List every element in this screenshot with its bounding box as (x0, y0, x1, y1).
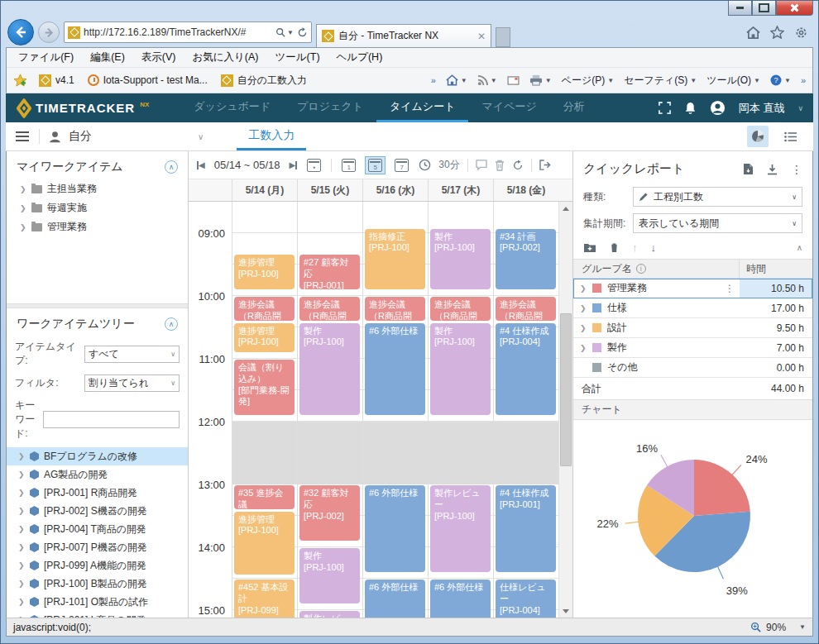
collapse-report-icon[interactable]: ∧ (797, 243, 802, 252)
favorite-item[interactable]: v4.1 (39, 74, 74, 88)
project-item[interactable]: ❯[PRJ-002] S機器の開発 (7, 502, 188, 520)
time-interval-clock-icon[interactable] (419, 159, 431, 171)
day-column[interactable]: #27 顧客対応 [PRJ-001]進捗会議 （R商品開発）製作 [PRJ-10… (297, 202, 362, 618)
zoom-caret-icon[interactable]: ▼ (799, 623, 806, 631)
calendar-event[interactable]: #4 仕様作成 [PRJ-001] (496, 485, 556, 572)
day-column[interactable]: #34 計画 [PRJ-002]進捗会議 （R商品開発）#4 仕様作成 [PRJ… (493, 202, 558, 618)
expand-chevron-icon[interactable]: ❯ (20, 204, 26, 212)
user-menu-chevron-icon[interactable]: ∨ (797, 104, 803, 112)
scope-selector[interactable]: 自分 ∨ (40, 122, 212, 150)
add-group-icon[interactable] (583, 242, 596, 253)
window-minimize-button[interactable] (728, 1, 752, 16)
window-maximize-button[interactable] (752, 1, 776, 16)
calendar-event[interactable]: #6 外部仕様 (430, 580, 491, 618)
day-header[interactable]: 5/17 (木) (428, 179, 493, 201)
browser-tab[interactable]: 自分 - TimeTracker NX ✕ (316, 24, 491, 47)
move-up-icon[interactable]: ↑ (632, 241, 638, 254)
expand-chevron-icon[interactable]: ❯ (20, 223, 26, 231)
week-view-button[interactable]: 7 (392, 157, 411, 174)
calendar-event[interactable]: 指摘修正 [PRJ-100] (365, 229, 425, 289)
project-item[interactable]: ❯BFプログラムの改修 (7, 447, 188, 465)
zoom-level[interactable]: 90% (766, 622, 786, 633)
favorite-item[interactable]: 自分の工数入力 (221, 74, 307, 88)
app-nav-item[interactable]: 分析 (550, 93, 598, 122)
work-week-view-button[interactable]: 5 (366, 157, 385, 174)
favorites-star-icon[interactable] (770, 26, 784, 39)
calendar-event[interactable]: 仕様レビュー [PRJ-004] (496, 580, 556, 618)
calendar-event[interactable]: #6 外部仕様 (365, 323, 425, 415)
report-row[interactable]: ❯設計9.50 h (573, 318, 812, 338)
expand-chevron-icon[interactable]: ❯ (18, 561, 25, 570)
row-kebab-icon[interactable]: ⋮ (725, 283, 735, 294)
calendar-event[interactable]: 進捗会議 （R商品開発） (496, 297, 556, 321)
tab-kosu-input[interactable]: 工数入力 (237, 122, 306, 150)
menu-item[interactable]: ファイル(F) (18, 50, 74, 64)
scroll-up-icon[interactable] (559, 202, 572, 215)
calendar-event[interactable]: 進捗管理 [PRJ-100] (234, 255, 295, 289)
window-close-button[interactable] (776, 1, 813, 16)
delete-group-trash-icon[interactable] (610, 242, 619, 253)
refresh-button[interactable] (297, 27, 308, 38)
day-header[interactable]: 5/18 (金) (493, 179, 558, 201)
day-column[interactable]: 製作 [PRJ-100]進捗会議 （R商品開発）製作 [PRJ-100]製作レビ… (428, 202, 493, 618)
project-item[interactable]: ❯[PRJ-001] R商品開発 (7, 484, 188, 502)
today-button[interactable]: ▪ (304, 157, 323, 174)
new-tab-stub[interactable] (496, 27, 510, 47)
read-mail-button[interactable] (507, 76, 520, 85)
delete-trash-icon[interactable] (495, 160, 505, 171)
list-view-toggle[interactable] (780, 126, 802, 147)
settings-gear-icon[interactable] (794, 26, 808, 40)
project-item[interactable]: ❯[PRJ-201] L商品の開発 (7, 611, 188, 618)
info-icon[interactable]: i (636, 264, 646, 274)
day-header[interactable]: 5/16 (水) (362, 179, 428, 201)
home-icon[interactable] (746, 26, 760, 39)
rss-button[interactable]: ▼ (477, 75, 497, 86)
address-bar[interactable]: http://172.16.2.189/TimeTrackerNX/# ▼ (64, 21, 312, 43)
scrollbar-thumb[interactable] (560, 313, 572, 466)
calendar-event[interactable]: 製作レビュー [PRJ-100] (430, 485, 491, 572)
filter-select[interactable]: 割り当てられた∨ (84, 374, 180, 392)
day-column[interactable]: 指摘修正 [PRJ-100]進捗会議 （R商品開発）#6 外部仕様#6 外部仕様… (362, 202, 428, 618)
calendar-event[interactable]: 製作レビュー [PRJ-100] (299, 611, 360, 618)
folder-item[interactable]: ❯主担当業務 (7, 179, 188, 198)
expand-chevron-icon[interactable]: ❯ (18, 543, 25, 551)
report-period-select[interactable]: 表示している期間∨ (633, 213, 802, 233)
calendar-event[interactable]: #452 基本設計 [PRJ-099] (234, 580, 295, 618)
favorite-item[interactable]: Iota-Support - test Ma... (88, 74, 208, 88)
search-dropdown[interactable]: ▼ (275, 27, 294, 37)
day-view-button[interactable]: 1 (339, 157, 358, 174)
expand-chevron-icon[interactable]: ❯ (580, 344, 587, 352)
app-nav-active[interactable]: タイムシート (376, 93, 469, 122)
report-pane-toggle[interactable] (747, 126, 769, 147)
calendar-event[interactable]: 進捗管理 [PRJ-100] (234, 323, 295, 352)
calendar-event[interactable]: #27 顧客対応 [PRJ-001] (299, 255, 360, 289)
day-header[interactable]: 5/15 (火) (297, 179, 362, 201)
day-header[interactable]: 5/14 (月) (232, 179, 297, 201)
calendar-event[interactable]: #34 計画 [PRJ-002] (496, 229, 556, 289)
report-row[interactable]: ❯仕様17.00 h (573, 298, 812, 318)
calendar-event[interactable]: 製作 [PRJ-100] (299, 548, 360, 603)
help-menu[interactable]: ?▼ (770, 74, 791, 86)
back-button[interactable] (7, 19, 34, 45)
prev-week-button[interactable]: ◀ (197, 160, 205, 169)
add-favorite-star-icon[interactable] (13, 74, 27, 87)
calendar-event[interactable]: 進捗会議 （R商品開発） (299, 297, 360, 321)
folder-item[interactable]: ❯管理業務 (7, 217, 188, 236)
page-menu[interactable]: ページ(P)▼ (562, 74, 614, 88)
scope-chevron-icon[interactable]: ∨ (198, 132, 204, 141)
url-text[interactable]: http://172.16.2.189/TimeTrackerNX/# (84, 26, 272, 38)
project-item[interactable]: ❯[PRJ-007] P機器の開発 (7, 538, 188, 556)
scroll-down-icon[interactable] (559, 604, 572, 618)
safety-menu[interactable]: セーフティ(S)▼ (624, 74, 697, 88)
calendar-event[interactable]: #4 仕様作成 [PRJ-004] (496, 323, 556, 415)
menu-item[interactable]: 編集(E) (90, 50, 125, 64)
calendar-grid[interactable]: 進捗管理 [PRJ-100]進捗会議 （R商品開発）進捗管理 [PRJ-100]… (232, 202, 558, 618)
project-item[interactable]: ❯[PRJ-099] A機能の開発 (7, 556, 188, 575)
user-avatar-icon[interactable] (710, 100, 726, 116)
pie-slice-管理業務[interactable] (694, 460, 750, 516)
fullscreen-icon[interactable] (659, 102, 671, 114)
folder-item[interactable]: ❯毎週実施 (7, 198, 188, 217)
zoom-magnifier-icon[interactable] (750, 622, 761, 632)
calendar-event[interactable]: 会議（割り込み） [部門業務-開発] (234, 360, 295, 415)
notifications-bell-icon[interactable] (684, 102, 697, 115)
